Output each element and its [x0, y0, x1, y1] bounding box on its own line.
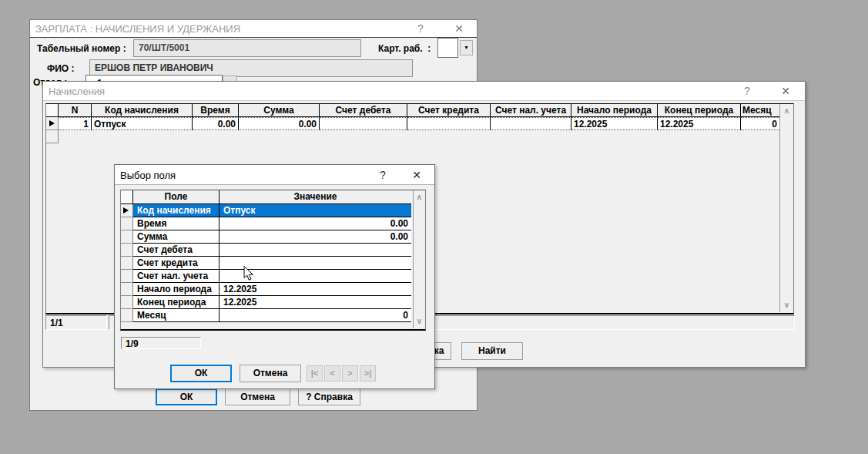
tab-number-label: Табельный номер : — [37, 43, 126, 54]
help-icon[interactable]: ? — [409, 22, 432, 35]
record-counter: 1/1 — [45, 315, 107, 330]
field-value[interactable]: 0.00 — [220, 230, 411, 244]
mouse-cursor — [243, 266, 254, 282]
col-period-end[interactable]: Конец периода — [658, 104, 741, 117]
row-selector[interactable] — [121, 270, 133, 283]
field-name[interactable]: Сумма — [133, 230, 220, 244]
field-grid: Поле Значение Код начисления Отпуск Врем… — [120, 190, 426, 331]
nav-last-button[interactable]: >| — [360, 365, 376, 382]
current-row-arrow-icon — [49, 120, 55, 126]
empty-row-selector — [46, 130, 59, 143]
field-row-credit[interactable]: Счет кредита — [121, 257, 425, 270]
field-row-period-start[interactable]: Начало периода 12.2025 — [121, 283, 425, 296]
dialog-title: Выбор поля — [120, 170, 176, 181]
help-button[interactable]: ? Справка — [298, 388, 360, 405]
selector-header-cell — [46, 104, 59, 117]
cell-month[interactable]: 0 — [741, 117, 779, 130]
accruals-grid-header: N Код начисления Время Сумма Счет дебета… — [46, 104, 793, 117]
cell-credit[interactable] — [407, 117, 491, 130]
row-selector[interactable] — [121, 217, 133, 230]
field-row-month[interactable]: Месяц 0 — [121, 309, 425, 322]
scroll-up-icon[interactable]: ∧ — [414, 192, 425, 203]
row-selector[interactable] — [121, 244, 133, 257]
row-selector[interactable] — [121, 296, 133, 309]
field-name[interactable]: Месяц — [133, 309, 220, 322]
nav-next-button[interactable]: > — [342, 365, 358, 382]
field-name[interactable]: Конец периода — [133, 296, 220, 309]
field-row-code[interactable]: Код начисления Отпуск — [121, 204, 425, 217]
tab-number-field[interactable]: 70/ШТ/5001 — [133, 39, 361, 57]
help-icon[interactable]: ? — [371, 168, 394, 182]
field-name[interactable]: Счет нал. учета — [133, 270, 220, 283]
field-value[interactable] — [220, 244, 411, 257]
scroll-down-icon[interactable]: ∨ — [414, 316, 425, 327]
accruals-titlebar[interactable]: Начисления ? ✕ — [43, 82, 805, 101]
salary-window-title: ЗАРПЛАТА : НАЧИСЛЕНИЯ И УДЕРЖАНИЯ — [35, 23, 240, 35]
cell-period-end[interactable]: 12.2025 — [658, 117, 741, 130]
dialog-vertical-scrollbar[interactable]: ∧ ∨ — [413, 190, 425, 328]
help-icon[interactable]: ? — [736, 84, 759, 98]
col-sum[interactable]: Сумма — [239, 104, 320, 117]
cancel-button[interactable]: Отмена — [240, 365, 301, 382]
cell-debit[interactable] — [320, 117, 407, 130]
field-row-time[interactable]: Время 0.00 — [121, 217, 425, 230]
cell-code[interactable]: Отпуск — [92, 117, 193, 130]
row-selector[interactable] — [121, 283, 133, 296]
field-row-sum[interactable]: Сумма 0.00 — [121, 230, 425, 244]
field-value[interactable]: 0 — [220, 309, 411, 322]
field-row-period-end[interactable]: Конец периода 12.2025 — [121, 296, 425, 309]
cell-n[interactable]: 1 — [59, 117, 92, 130]
row-selector[interactable] — [46, 117, 59, 130]
scroll-up-icon[interactable]: ∧ — [780, 106, 793, 116]
nav-prev-button[interactable]: < — [324, 365, 340, 382]
cell-sum[interactable]: 0.00 — [239, 117, 320, 130]
col-n[interactable]: N — [59, 104, 92, 117]
col-period-start[interactable]: Начало периода — [571, 104, 658, 117]
row-selector[interactable] — [121, 204, 133, 217]
field-name[interactable]: Время — [133, 217, 220, 230]
row-selector[interactable] — [121, 257, 133, 270]
field-name[interactable]: Счет кредита — [133, 257, 220, 270]
field-value[interactable]: 0.00 — [220, 217, 411, 230]
field-value[interactable]: Отпуск — [220, 204, 411, 217]
close-icon[interactable]: ✕ — [774, 84, 797, 98]
salary-titlebar[interactable]: ЗАРПЛАТА : НАЧИСЛЕНИЯ И УДЕРЖАНИЯ ? ✕ — [30, 20, 477, 38]
card-field[interactable] — [437, 38, 458, 58]
col-credit[interactable]: Счет кредита — [407, 104, 491, 117]
accruals-window-title: Начисления — [49, 86, 105, 97]
table-row[interactable]: 1 Отпуск 0.00 0.00 12.2025 12.2025 0 — [46, 117, 793, 130]
col-month[interactable]: Месяц — [741, 104, 779, 117]
field-name[interactable]: Код начисления — [133, 204, 220, 217]
field-value[interactable]: 12.2025 — [220, 283, 411, 296]
find-button[interactable]: Найти — [461, 342, 523, 360]
card-label: Карт. раб. : — [378, 43, 431, 54]
close-icon[interactable]: ✕ — [447, 22, 471, 35]
close-icon[interactable]: ✕ — [405, 168, 428, 182]
cell-period-start[interactable]: 12.2025 — [571, 117, 658, 130]
accruals-vertical-scrollbar[interactable]: ∧ ∨ — [779, 104, 793, 312]
selector-header-cell — [121, 190, 133, 204]
field-value[interactable]: 12.2025 — [220, 296, 411, 309]
col-tax[interactable]: Счет нал. учета — [491, 104, 571, 117]
nav-first-button[interactable]: |< — [307, 365, 323, 382]
cell-time[interactable]: 0.00 — [193, 117, 239, 130]
col-code[interactable]: Код начисления — [92, 104, 193, 117]
cancel-button[interactable]: Отмена — [225, 388, 290, 405]
field-row-tax[interactable]: Счет нал. учета — [121, 270, 425, 283]
dialog-titlebar[interactable]: Выбор поля ? ✕ — [115, 165, 434, 185]
field-select-dialog: Выбор поля ? ✕ Поле Значение Код начисле… — [114, 164, 435, 389]
card-dropdown-button[interactable]: ▼ — [460, 40, 473, 55]
field-name[interactable]: Счет дебета — [133, 244, 220, 257]
row-selector[interactable] — [121, 230, 133, 244]
col-value[interactable]: Значение — [220, 190, 411, 204]
scroll-down-icon[interactable]: ∨ — [780, 300, 793, 311]
col-field[interactable]: Поле — [133, 190, 220, 204]
row-selector[interactable] — [121, 309, 133, 322]
field-name[interactable]: Начало периода — [133, 283, 220, 296]
ok-button[interactable]: ОК — [156, 388, 217, 405]
field-row-debit[interactable]: Счет дебета — [121, 244, 425, 257]
col-time[interactable]: Время — [193, 104, 239, 117]
col-debit[interactable]: Счет дебета — [320, 104, 407, 117]
ok-button[interactable]: ОК — [170, 365, 232, 382]
cell-tax[interactable] — [491, 117, 571, 130]
